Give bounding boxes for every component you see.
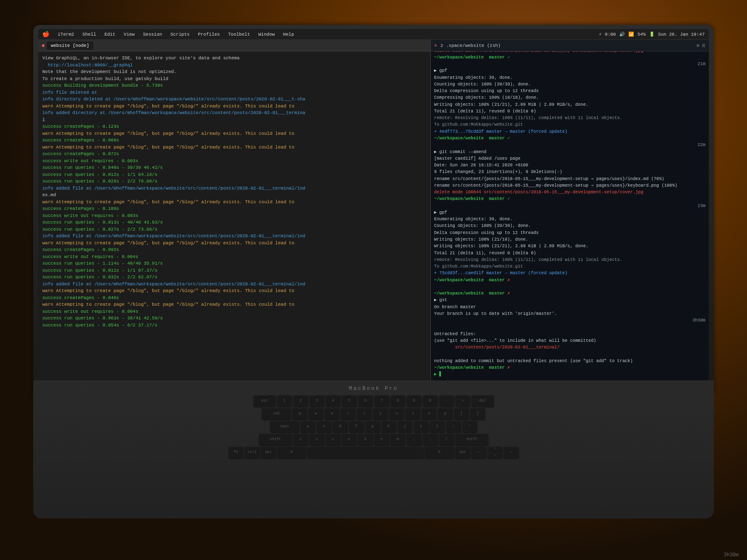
key-6[interactable]: 6 [358,395,373,407]
right-terminal-line: ▶ gpf [434,67,706,74]
menubar-session[interactable]: Session [141,31,164,38]
right-terminal-line: 21m [434,61,706,67]
key-semi[interactable]: ; [446,421,461,432]
key-n[interactable]: n [374,433,389,445]
key-z[interactable]: z [293,433,308,445]
key-o[interactable]: o [422,408,437,419]
right-terminal-line: To github.com:Mokkapps/website.git [434,121,706,128]
key-cmd-r[interactable]: ⌘ [425,446,454,458]
terminal-line: info directory deleted at /Users/mhoffma… [42,96,426,103]
menubar-volume: 🔊 [619,32,625,37]
key-x[interactable]: x [310,433,325,445]
key-2[interactable]: 2 [293,395,308,407]
key-minus[interactable]: - [439,395,454,407]
key-shift-r[interactable]: shift [455,433,488,445]
key-equals[interactable]: = [455,395,470,407]
terminal-line: http://localhost:8000/__graphql [42,62,426,69]
key-arrow-left[interactable]: ← [471,446,486,458]
key-g[interactable]: g [365,421,380,432]
key-k[interactable]: k [414,421,429,432]
menubar-window[interactable]: Window [257,31,277,38]
key-a[interactable]: a [300,421,315,432]
key-e[interactable]: e [325,408,339,419]
key-arrow-down[interactable]: ↓ [488,453,503,458]
right-terminal-content[interactable]: rename src/content/{posts/2018-05-15___m… [431,51,709,380]
key-c[interactable]: c [326,433,341,445]
key-b[interactable]: b [358,433,373,445]
key-v[interactable]: v [342,433,357,445]
left-tab-active[interactable]: website [node] [46,41,93,50]
key-slash[interactable]: / [439,433,454,445]
menubar-profiles[interactable]: Profiles [196,31,222,38]
terminal-line: warn Attempting to create page "/blog", … [42,130,426,137]
left-terminal-content[interactable]: View GraphiQL, an in-browser IDE, to exp… [38,51,430,380]
right-terminal-line: ~/workspace/website master ✗ [434,364,706,371]
key-5[interactable]: 5 [342,395,357,407]
key-8[interactable]: 8 [391,395,405,407]
menubar-scripts[interactable]: Scripts [169,31,191,38]
key-fn[interactable]: fn [229,446,244,458]
right-tab-title[interactable]: 2 .space/website (zsh) [440,43,500,48]
key-f[interactable]: f [349,421,364,432]
menubar-toolbelt[interactable]: Toolbelt [227,31,252,38]
right-terminal-line: ~/workspace/website master ✗ [434,290,706,297]
key-caps[interactable]: caps [270,421,299,432]
key-s[interactable]: s [317,421,332,432]
key-i[interactable]: i [405,408,420,419]
right-tab-close[interactable]: ✕ [434,42,437,49]
key-l[interactable]: l [430,421,445,432]
key-9[interactable]: 9 [407,395,422,407]
key-lbrace[interactable]: [ [454,408,469,419]
key-d[interactable]: d [333,421,348,432]
key-y[interactable]: y [373,408,388,419]
right-terminal-line: ~/workspace/website master ✓ [434,195,706,202]
menubar-wifi: 📶 [628,32,634,37]
menubar-edit[interactable]: Edit [103,31,117,38]
key-m[interactable]: m [391,433,405,445]
key-w[interactable]: w [308,408,323,419]
key-4[interactable]: 4 [326,395,341,407]
terminal-line: success run queries - 0.011s - 1/1 87.37… [42,267,426,274]
key-q[interactable]: q [292,408,307,419]
key-7[interactable]: 7 [374,395,389,407]
key-comma[interactable]: , [407,433,422,445]
key-delete[interactable]: del [471,395,494,407]
key-ctrl[interactable]: ctrl [245,446,260,458]
right-terminal-line: ~/workspace/website master ✗ [434,277,706,283]
key-t[interactable]: t [357,408,372,419]
key-period[interactable]: . [423,433,438,445]
terminal-line: warn Attempting to create page "/blog", … [42,199,426,206]
menubar-help[interactable]: Help [281,31,295,38]
key-h[interactable]: h [381,421,396,432]
key-opt-r[interactable]: opt [455,446,470,458]
key-0[interactable]: 0 [423,395,438,407]
key-shift-l[interactable]: shift [259,433,292,445]
key-1[interactable]: 1 [277,395,292,407]
key-esc[interactable]: esc [254,395,276,407]
key-quote[interactable]: ' [462,421,477,432]
key-u[interactable]: u [389,408,404,419]
key-j[interactable]: j [398,421,413,432]
menubar-view[interactable]: View [122,31,136,38]
right-terminal-line: delete mode 100644 src/content/posts/201… [434,189,706,195]
right-terminal-line: 3h30m [434,317,706,324]
right-terminal-line: remote: Resolving deltas: 100% (11/11), … [434,114,706,121]
menubar-datetime: Sun 26. Jan 19:47 [658,32,705,37]
right-terminal-line: Total 21 (delta 11), reused 0 (delta 0) [434,250,706,256]
key-3[interactable]: 3 [310,395,325,407]
menubar-iterm2[interactable]: iTerm2 [56,31,76,38]
key-arrow-up[interactable]: ↑ [488,446,503,452]
key-p[interactable]: p [438,408,453,419]
key-space[interactable] [308,446,424,458]
menubar-shell[interactable]: Shell [81,31,98,38]
key-tab[interactable]: tab [262,408,291,419]
key-opt-l[interactable]: opt [261,446,276,458]
key-r[interactable]: r [341,408,356,419]
terminal-line: info added file at /Users/mhoffman/works… [42,281,426,288]
key-arrow-right[interactable]: → [504,446,519,458]
right-terminal-line: nothing added to commit but untracked fi… [434,358,706,364]
right-terminal-line [434,324,706,330]
right-terminal-line: Date: Sun Jan 26 16:15:41 2020 +0100 [434,162,706,168]
key-cmd-l[interactable]: ⌘ [277,446,306,458]
key-rbrace[interactable]: ] [470,408,485,419]
